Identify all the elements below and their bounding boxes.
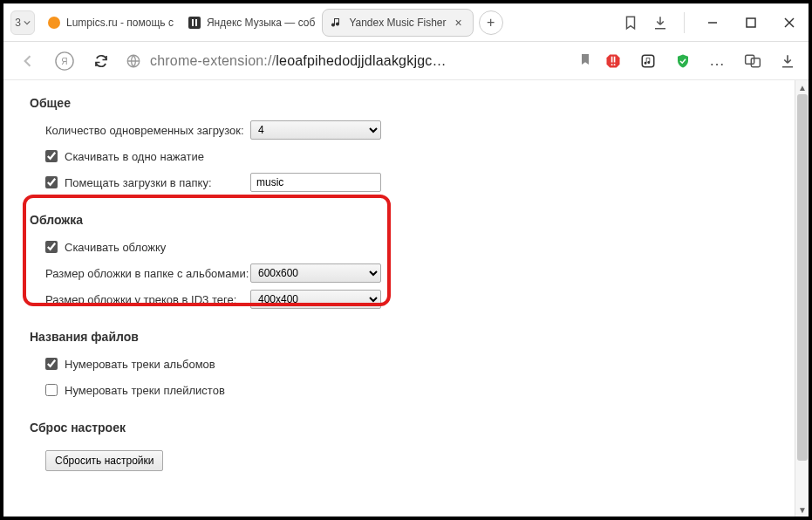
scroll-down-arrow[interactable]: ▼ <box>795 503 809 517</box>
tab-label: Яндекс Музыка — соб <box>207 17 315 29</box>
number-albums-label: Нумеровать треки альбомов <box>65 358 215 371</box>
section-general: Общее Количество одновременных загрузок:… <box>30 96 791 192</box>
scroll-up-arrow[interactable]: ▲ <box>795 80 809 94</box>
shield-icon[interactable] <box>674 52 692 70</box>
svg-rect-2 <box>192 19 194 26</box>
svg-rect-13 <box>614 56 616 62</box>
addressbar-right: … <box>604 52 796 70</box>
download-arrow-icon[interactable] <box>779 52 796 70</box>
bookmark-filled-icon[interactable] <box>578 52 592 69</box>
svg-rect-18 <box>751 58 760 66</box>
url-rest: leoafpihedodjjdlaakgkjgc… <box>276 53 446 68</box>
svg-rect-16 <box>642 55 654 67</box>
tab-label: Yandex Music Fisher <box>349 17 446 29</box>
svg-text:Я: Я <box>61 56 67 65</box>
tab-label: Lumpics.ru - помощь с <box>66 17 174 29</box>
pause-icon <box>188 16 201 30</box>
number-playlists-checkbox[interactable] <box>45 384 58 396</box>
window-close-button[interactable] <box>770 3 809 41</box>
folder-checkbox[interactable] <box>45 176 58 188</box>
pinned-tabs-counter[interactable]: 3 <box>10 10 35 35</box>
section-title-general: Общее <box>30 96 791 110</box>
section-reset: Сброс настроек Сбросить настройки <box>30 421 791 471</box>
adblock-icon[interactable] <box>604 52 622 70</box>
orange-circle-icon <box>47 16 61 30</box>
concurrent-downloads-select[interactable]: 4 <box>250 120 381 140</box>
music-extension-icon[interactable] <box>639 52 657 70</box>
titlebar: 3 Lumpics.ru - помощь с Яндекс Музыка — … <box>3 3 809 42</box>
pinned-count: 3 <box>15 17 21 29</box>
section-filenames: Названия файлов Нумеровать треки альбомо… <box>30 330 791 400</box>
concurrent-downloads-label: Количество одновременных загрузок: <box>45 124 250 137</box>
album-cover-size-select[interactable]: 600x600 <box>250 263 381 283</box>
album-cover-size-label: Размер обложки в папке с альбомами: <box>45 267 250 280</box>
window-minimize-button[interactable] <box>693 3 732 41</box>
download-cover-label: Скачивать обложку <box>65 241 166 254</box>
scrollbar-thumb[interactable] <box>797 94 808 461</box>
reset-button[interactable]: Сбросить настройки <box>45 450 163 471</box>
url-scheme: chrome-extension:// <box>150 53 276 68</box>
one-click-label: Скачивать в одно нажатие <box>65 150 204 163</box>
section-cover: Обложка Скачивать обложку Размер обложки… <box>30 213 791 309</box>
row-one-click: Скачивать в одно нажатие <box>45 147 791 166</box>
more-icon[interactable]: … <box>709 52 727 70</box>
svg-point-0 <box>48 17 60 29</box>
svg-rect-3 <box>195 19 197 26</box>
folder-label: Помещать загрузки в папку: <box>65 176 250 189</box>
tabbar: 3 Lumpics.ru - помощь с Яндекс Музыка — … <box>3 3 616 41</box>
svg-marker-11 <box>607 54 620 67</box>
id3-cover-size-label: Размер обложки у треков в ID3 теге: <box>45 293 250 306</box>
add-tab-button[interactable]: + <box>479 10 503 35</box>
row-concurrent-downloads: Количество одновременных загрузок: 4 <box>45 120 791 140</box>
section-title-cover: Обложка <box>30 213 791 227</box>
svg-rect-12 <box>611 56 613 62</box>
music-note-icon <box>330 16 344 30</box>
svg-point-14 <box>611 64 613 65</box>
globe-icon <box>126 53 141 69</box>
window-maximize-button[interactable] <box>732 3 770 41</box>
yandex-home-button[interactable]: Я <box>52 49 77 73</box>
divider <box>684 12 685 33</box>
tab-lumpics[interactable]: Lumpics.ru - помощь с <box>40 9 181 37</box>
id3-cover-size-select[interactable]: 400x400 <box>250 290 381 309</box>
row-album-cover-size: Размер обложки в папке с альбомами: 600x… <box>45 263 791 283</box>
download-icon[interactable] <box>645 3 675 41</box>
number-playlists-label: Нумеровать треки плейлистов <box>65 384 225 397</box>
close-icon[interactable]: × <box>452 16 466 30</box>
translate-icon[interactable] <box>744 52 761 70</box>
svg-rect-5 <box>747 18 755 27</box>
tab-yandex-music[interactable]: Яндекс Музыка — соб <box>181 9 322 37</box>
back-button[interactable] <box>16 49 40 73</box>
tab-yandex-fisher[interactable]: Yandex Music Fisher × <box>322 9 473 37</box>
folder-input[interactable] <box>250 173 381 192</box>
titlebar-controls <box>616 3 809 41</box>
url-box[interactable]: chrome-extension://leoafpihedodjjdlaakgk… <box>126 47 592 75</box>
url-text: chrome-extension://leoafpihedodjjdlaakgk… <box>150 53 447 69</box>
one-click-checkbox[interactable] <box>45 150 58 162</box>
vertical-scrollbar[interactable]: ▲ ▼ <box>795 80 809 517</box>
settings-content: Общее Количество одновременных загрузок:… <box>3 80 809 517</box>
svg-rect-1 <box>188 17 201 29</box>
svg-rect-17 <box>746 55 754 64</box>
addressbar: Я chrome-extension://leoafpihedodjjdlaak… <box>3 42 809 80</box>
bookmark-outline-icon[interactable] <box>616 3 645 41</box>
reload-button[interactable] <box>89 49 113 73</box>
section-title-filenames: Названия файлов <box>30 330 791 344</box>
row-number-albums: Нумеровать треки альбомов <box>45 354 791 373</box>
row-folder: Помещать загрузки в папку: <box>45 173 791 192</box>
svg-point-15 <box>614 64 616 65</box>
row-number-playlists: Нумеровать треки плейлистов <box>45 380 791 400</box>
row-download-cover: Скачивать обложку <box>45 237 791 257</box>
row-id3-cover-size: Размер обложки у треков в ID3 теге: 400x… <box>45 290 791 309</box>
section-title-reset: Сброс настроек <box>30 421 791 434</box>
number-albums-checkbox[interactable] <box>45 358 58 370</box>
download-cover-checkbox[interactable] <box>45 241 58 253</box>
